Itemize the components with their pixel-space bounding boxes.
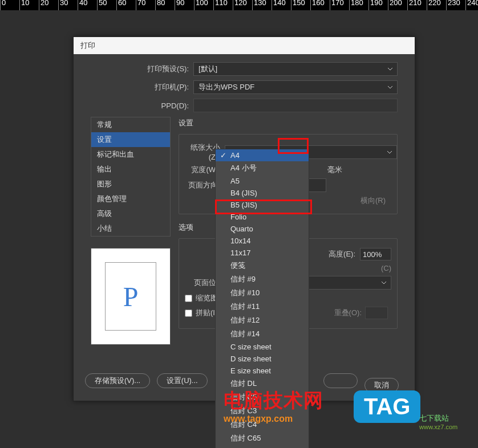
sidebar-item[interactable]: 高级 xyxy=(91,206,170,221)
thumbnail-checkbox[interactable] xyxy=(185,295,192,302)
xz-url: www.xz7.com xyxy=(419,423,457,430)
ruler-tick: 200 xyxy=(388,0,407,10)
ruler-tick: 0 xyxy=(0,0,19,10)
dropdown-item[interactable]: 10x14 xyxy=(216,235,309,247)
sidebar-item[interactable]: 图形 xyxy=(91,177,170,192)
horizontal-ruler: 0102030405060708090100110120130140150160… xyxy=(0,0,478,10)
ppd-select xyxy=(193,99,398,112)
category-sidebar: 常规设置标记和出血输出图形颜色管理高级小结 xyxy=(91,117,171,237)
print-dialog: 打印 打印预设(S): [默认] 打印机(P): 导出为WPS PDF PPD(… xyxy=(73,36,415,401)
dropdown-item[interactable]: A4 xyxy=(216,149,309,161)
ok-button[interactable] xyxy=(323,373,358,388)
ruler-tick: 130 xyxy=(252,0,272,10)
sidebar-item[interactable]: 设置 xyxy=(91,132,170,147)
dropdown-item[interactable]: Quarto xyxy=(216,223,309,235)
chevron-down-icon xyxy=(380,279,387,288)
dropdown-item[interactable]: E size sheet xyxy=(216,365,309,377)
dropdown-item[interactable]: 便笺 xyxy=(216,259,309,272)
dropdown-item[interactable]: 信封 #14 xyxy=(216,327,309,341)
xz-title: 七下载站 xyxy=(419,413,457,423)
dialog-title: 打印 xyxy=(74,37,415,54)
settings-header: 设置 xyxy=(179,118,398,128)
sidebar-item[interactable]: 输出 xyxy=(91,162,170,177)
dropdown-item[interactable]: 信封 #11 xyxy=(216,300,309,313)
sidebar-item[interactable]: 常规 xyxy=(91,117,170,132)
page-preview: P xyxy=(91,248,171,345)
printer-value: 导出为WPS PDF xyxy=(199,82,254,92)
canvas-area: 打印 打印预设(S): [默认] 打印机(P): 导出为WPS PDF PPD(… xyxy=(0,10,478,448)
ruler-tick: 30 xyxy=(58,0,78,10)
overlap-label: 重叠(O): xyxy=(334,308,362,318)
dropdown-item[interactable]: B5 (JIS) xyxy=(216,199,309,211)
overlap-field xyxy=(365,307,388,319)
chevron-down-icon xyxy=(387,66,394,74)
preset-select[interactable]: [默认] xyxy=(193,62,398,76)
tag-badge: TAG xyxy=(354,390,420,423)
dropdown-item[interactable]: A5 xyxy=(216,175,309,187)
dropdown-item[interactable]: D size sheet xyxy=(216,353,309,365)
sidebar-item[interactable]: 标记和出血 xyxy=(91,147,170,162)
ruler-tick: 40 xyxy=(78,0,97,10)
ruler-tick: 230 xyxy=(446,0,465,10)
ruler-tick: 190 xyxy=(368,0,388,10)
ruler-tick: 60 xyxy=(116,0,136,10)
dropdown-item[interactable]: 信封 C65 xyxy=(216,431,309,445)
tile-checkbox[interactable] xyxy=(185,309,192,317)
height-label: 高度(E): xyxy=(329,249,360,259)
ruler-tick: 50 xyxy=(97,0,116,10)
ruler-tick: 10 xyxy=(19,0,39,10)
ruler-tick: 90 xyxy=(175,0,194,10)
preset-label: 打印预设(S): xyxy=(91,64,193,74)
ruler-tick: 160 xyxy=(310,0,330,10)
ruler-tick: 240 xyxy=(465,0,478,10)
printer-select[interactable]: 导出为WPS PDF xyxy=(193,80,398,94)
watermark-url: www.tagxp.com xyxy=(224,414,323,424)
ruler-tick: 140 xyxy=(272,0,291,10)
ruler-tick: 170 xyxy=(330,0,349,10)
sidebar-item[interactable]: 颜色管理 xyxy=(91,192,170,206)
ruler-tick: 120 xyxy=(233,0,252,10)
save-preset-button[interactable]: 存储预设(V)... xyxy=(85,373,150,388)
ruler-tick: 110 xyxy=(213,0,233,10)
sidebar-item[interactable]: 小结 xyxy=(91,221,170,236)
dropdown-item[interactable]: Folio xyxy=(216,211,309,223)
chevron-down-icon xyxy=(387,84,394,92)
dropdown-item[interactable]: B4 (JIS) xyxy=(216,187,309,199)
ppd-label: PPD(D): xyxy=(91,101,193,110)
dropdown-item[interactable]: A4 小号 xyxy=(216,161,309,175)
dropdown-item[interactable]: 11x17 xyxy=(216,247,309,259)
dropdown-item[interactable]: 信封 #9 xyxy=(216,272,309,286)
dropdown-item[interactable]: 信封 #10 xyxy=(216,286,309,300)
setup-button[interactable]: 设置(U)... xyxy=(157,373,208,388)
dropdown-item[interactable]: 信封 B4 xyxy=(216,445,309,448)
watermark: 电脑技术网 www.tagxp.com xyxy=(224,388,323,424)
ruler-tick: 80 xyxy=(155,0,175,10)
preset-value: [默认] xyxy=(199,64,217,74)
ruler-tick: 20 xyxy=(39,0,58,10)
ruler-tick: 150 xyxy=(291,0,310,10)
ruler-tick: 100 xyxy=(194,0,213,10)
chevron-down-icon xyxy=(386,149,393,157)
ruler-tick: 180 xyxy=(349,0,368,10)
ruler-tick: 220 xyxy=(427,0,446,10)
ruler-tick: 70 xyxy=(136,0,155,10)
constrain-label[interactable]: (C) xyxy=(381,264,391,272)
ruler-tick: 210 xyxy=(407,0,427,10)
transverse-label[interactable]: 横向(R) xyxy=(360,196,386,206)
printer-label: 打印机(P): xyxy=(91,82,193,92)
xz-watermark: 七下载站 www.xz7.com xyxy=(419,413,457,430)
dropdown-item[interactable]: C size sheet xyxy=(216,341,309,353)
preview-letter: P xyxy=(105,262,156,331)
watermark-title: 电脑技术网 xyxy=(224,388,323,414)
height-field[interactable] xyxy=(360,248,391,260)
dropdown-item[interactable]: 信封 #12 xyxy=(216,313,309,327)
width-unit: 毫米 xyxy=(327,165,342,175)
